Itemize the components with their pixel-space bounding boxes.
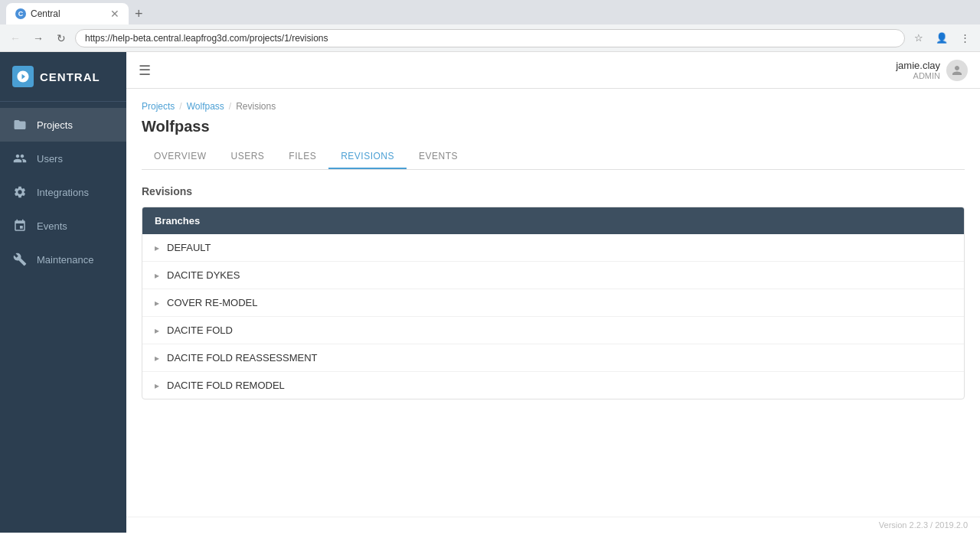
branch-row[interactable]: ▸ DACITE DYKES [142,262,964,289]
tab-favicon: C [15,8,26,19]
sidebar-item-maintenance[interactable]: Maintenance [0,243,126,276]
logo-icon [12,66,34,87]
branch-row[interactable]: ▸ DACITE FOLD REASSESSMENT [142,344,964,372]
chevron-icon: ▸ [155,325,159,336]
branch-name: DACITE DYKES [167,269,240,281]
branch-name: COVER RE-MODEL [167,297,257,308]
integrations-icon [12,184,28,200]
back-button[interactable]: ← [6,29,24,47]
sidebar-item-projects[interactable]: Projects [0,108,126,142]
sidebar-item-users[interactable]: Users [0,142,126,175]
user-info: jamie.clay ADMIN [896,60,940,80]
forward-button[interactable]: → [29,29,47,47]
branch-row[interactable]: ▸ COVER RE-MODEL [142,289,964,317]
url-text: https://help-beta.central.leapfrog3d.com… [85,33,328,44]
browser-tab[interactable]: C Central ✕ [6,3,129,24]
breadcrumb-sep-1: / [179,101,181,112]
user-name: jamie.clay [896,60,940,71]
sidebar-nav: Projects Users Integrations Events [0,102,126,533]
breadcrumb: Projects / Wolfpass / Revisions [142,101,965,112]
breadcrumb-project-link[interactable]: Wolfpass [187,101,224,112]
chevron-icon: ▸ [155,270,159,281]
hamburger-button[interactable]: ☰ [139,62,151,79]
tab-close-button[interactable]: ✕ [110,8,119,20]
app-container: CENTRAL Projects Users Integrations [0,52,980,533]
branch-name: DACITE FOLD REMODEL [167,380,285,391]
version-text: Version 2.2.3 / 2019.2.0 [879,520,968,530]
browser-tab-bar: C Central ✕ + [0,0,980,24]
new-tab-button[interactable]: + [129,3,149,24]
address-bar[interactable]: https://help-beta.central.leapfrog3d.com… [75,29,905,47]
branch-name: DEFAULT [167,242,211,253]
users-icon [12,151,28,166]
section-title: Revisions [142,185,965,197]
tab-users[interactable]: USERS [218,145,276,169]
branch-row[interactable]: ▸ DACITE FOLD REMODEL [142,372,964,399]
branch-name: DACITE FOLD [167,324,233,336]
chevron-icon: ▸ [155,243,159,253]
sidebar-logo: CENTRAL [0,52,126,102]
sidebar-item-users-label: Users [37,153,63,165]
breadcrumb-projects-link[interactable]: Projects [142,101,175,112]
user-role: ADMIN [896,71,940,80]
branch-row[interactable]: ▸ DACITE FOLD [142,317,964,344]
events-icon [12,218,28,233]
tab-overview[interactable]: OVERVIEW [142,145,218,169]
main-content: ☰ jamie.clay ADMIN Projects / Wolfpass /… [126,52,980,533]
refresh-button[interactable]: ↻ [52,29,70,47]
top-header: ☰ jamie.clay ADMIN [126,52,980,89]
branch-name: DACITE FOLD REASSESSMENT [167,352,317,364]
user-avatar [946,60,968,81]
content-area: Projects / Wolfpass / Revisions Wolfpass… [126,89,980,517]
bookmark-button[interactable]: ☆ [910,29,928,47]
toolbar-right: ☆ 👤 ⋮ [910,29,974,47]
browser-toolbar: ← → ↻ https://help-beta.central.leapfrog… [0,24,980,52]
logo-text: CENTRAL [40,70,100,83]
branch-row[interactable]: ▸ DEFAULT [142,234,964,262]
breadcrumb-sep-2: / [229,101,231,112]
sidebar: CENTRAL Projects Users Integrations [0,52,126,533]
chevron-icon: ▸ [155,380,159,391]
footer: Version 2.2.3 / 2019.2.0 [126,517,980,533]
chevron-icon: ▸ [155,298,159,308]
tab-files[interactable]: FILES [276,145,328,169]
branches-header: Branches [142,207,964,234]
menu-button[interactable]: ⋮ [956,29,974,47]
content-tabs: OVERVIEW USERS FILES REVISIONS EVENTS [142,145,965,170]
sidebar-item-integrations-label: Integrations [37,187,89,198]
sidebar-item-maintenance-label: Maintenance [37,254,93,266]
sidebar-item-events[interactable]: Events [0,209,126,243]
page-title: Wolfpass [142,118,965,135]
tab-title: Central [31,8,60,19]
profile-button[interactable]: 👤 [933,29,951,47]
breadcrumb-current: Revisions [236,101,276,112]
tab-events[interactable]: EVENTS [407,145,470,169]
projects-icon [12,117,28,132]
maintenance-icon [12,252,28,267]
sidebar-item-projects-label: Projects [37,119,73,131]
tab-revisions[interactable]: REVISIONS [328,145,407,169]
sidebar-item-events-label: Events [37,220,67,232]
chevron-icon: ▸ [155,353,159,364]
branches-table: Branches ▸ DEFAULT ▸ DACITE DYKES ▸ COVE… [142,207,965,399]
sidebar-item-integrations[interactable]: Integrations [0,175,126,209]
user-area: jamie.clay ADMIN [896,60,968,81]
